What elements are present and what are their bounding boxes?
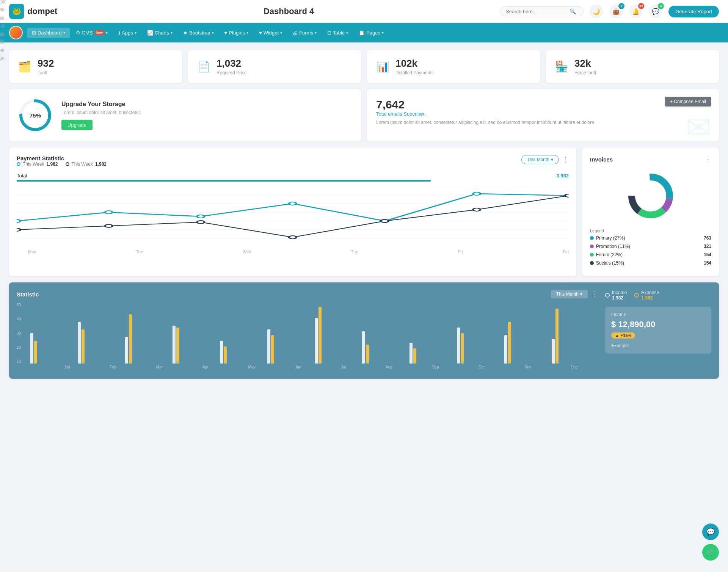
force-tariff-icon: 🏪 bbox=[555, 60, 568, 73]
y-label-90: 90 bbox=[0, 8, 11, 12]
total-progress-bar bbox=[17, 180, 431, 182]
search-icon[interactable]: 🔍 bbox=[570, 8, 576, 14]
stat-card-required-price: 📄 1,032 Required Price bbox=[188, 50, 361, 83]
bar-groups bbox=[30, 303, 598, 364]
charts-icon: 📈 bbox=[147, 30, 153, 36]
svg-point-14 bbox=[473, 192, 480, 195]
bar-jul bbox=[315, 307, 361, 364]
income-legend-value: 1.982 bbox=[612, 295, 627, 301]
storage-card: 75% Upgrade Your Storage Lorem ipsum dol… bbox=[9, 89, 361, 141]
moon-toggle[interactable]: 🌙 bbox=[590, 5, 603, 18]
header: 🐸 dompet Dashboard 4 🔍 🌙 👜 2 🔔 12 💬 5 Ge… bbox=[0, 0, 728, 23]
x-jun: Jun bbox=[295, 365, 301, 369]
plugins-arrow: ▾ bbox=[246, 31, 248, 35]
detailed-payments-label: Detalled Payments bbox=[395, 70, 434, 75]
bag-badge: 2 bbox=[618, 3, 624, 9]
charts-label: Charts bbox=[155, 30, 169, 36]
income-dot bbox=[605, 293, 610, 298]
generate-report-button[interactable]: Generate Report bbox=[668, 6, 719, 17]
email-bg-icon: ✉ bbox=[686, 110, 711, 141]
widget-icon: ♥ bbox=[259, 30, 262, 36]
payment-chart-card: Payment Statistic This Week 1.982 This W… bbox=[9, 147, 576, 276]
invoices-more-icon[interactable]: ⋮ bbox=[704, 155, 711, 163]
tariff-icon: 🗂️ bbox=[18, 60, 31, 73]
total-label: Total bbox=[17, 173, 27, 179]
navbar: ⊞ Dashboard ▾ ⚙ CMS New ▾ ℹ Apps ▾ 📈 Cha… bbox=[0, 23, 728, 42]
legend-dot-dark bbox=[66, 162, 69, 166]
badge-icon: ▲ bbox=[615, 333, 619, 338]
invoices-legend: Primary (27%) 763 Promotion (11%) 321 Fo… bbox=[590, 235, 711, 266]
expense-legend-label: Expense bbox=[641, 290, 659, 295]
legend-dot-teal bbox=[17, 162, 20, 166]
sidebar-item-table[interactable]: ⊟ Table ▾ bbox=[323, 28, 353, 38]
svg-point-19 bbox=[289, 236, 296, 239]
chat-badge: 5 bbox=[658, 3, 664, 9]
pages-label: Pages bbox=[366, 30, 380, 36]
stat-card-detailed-payments: 📊 102k Detalled Payments bbox=[367, 50, 540, 83]
sidebar-item-charts[interactable]: 📈 Charts ▾ bbox=[143, 28, 177, 38]
pages-arrow: ▾ bbox=[382, 31, 384, 35]
legend-count-forum: 154 bbox=[704, 252, 711, 257]
period-selector[interactable]: This Month ▾ bbox=[521, 155, 559, 164]
widget-arrow: ▾ bbox=[280, 31, 282, 35]
bar-may bbox=[220, 341, 266, 364]
search-area[interactable]: 🔍 bbox=[500, 6, 584, 16]
sidebar-item-plugins[interactable]: ♥ Plugins ▾ bbox=[220, 28, 253, 38]
legend-label-socials: Socials (15%) bbox=[596, 260, 624, 266]
x-mar: Mar bbox=[156, 365, 163, 369]
table-label: Table bbox=[333, 30, 345, 36]
forms-icon: 🖨 bbox=[293, 30, 298, 36]
stat-more-icon[interactable]: ⋮ bbox=[591, 290, 598, 298]
tariff-label: Tariff bbox=[38, 70, 54, 75]
storage-desc: Lorem ipsum dolor sit amet, onsectetur. bbox=[61, 110, 141, 115]
sidebar-item-dashboard[interactable]: ⊞ Dashboard ▾ bbox=[27, 28, 70, 38]
sidebar-item-apps[interactable]: ℹ Apps ▾ bbox=[114, 28, 141, 38]
main-content: 🗂️ 932 Tariff 📄 1,032 Required Price 📊 1… bbox=[0, 42, 728, 386]
stat-y-axis: 50 40 30 20 10 bbox=[17, 303, 28, 364]
bell-icon[interactable]: 🔔 12 bbox=[629, 5, 643, 18]
legend-label-0: This Week bbox=[23, 161, 44, 167]
bar-apr bbox=[173, 326, 218, 364]
bar-mar bbox=[125, 314, 171, 364]
income-value: $ 12,890,00 bbox=[611, 320, 705, 329]
cms-badge: New bbox=[94, 30, 105, 35]
bar-aug bbox=[362, 331, 408, 364]
logo-text: dompet bbox=[27, 6, 57, 16]
svg-point-10 bbox=[105, 211, 112, 214]
chat-icon[interactable]: 💬 5 bbox=[649, 5, 662, 18]
x-apr: Apr bbox=[202, 365, 209, 369]
chart-controls: This Month ▾ ⋮ bbox=[521, 155, 569, 164]
stat-period-selector[interactable]: This Month ▾ bbox=[551, 290, 588, 298]
invoices-title: Invoices bbox=[590, 156, 613, 163]
sidebar-item-bootstrap[interactable]: ★ Bootstrap ▾ bbox=[179, 28, 218, 38]
bag-icon[interactable]: 👜 2 bbox=[609, 5, 623, 18]
stat-y-50: 50 bbox=[17, 303, 28, 307]
bar-dec bbox=[552, 309, 598, 364]
sidebar-item-pages[interactable]: 📋 Pages ▾ bbox=[354, 28, 388, 38]
compose-email-button[interactable]: + Compose Email bbox=[665, 97, 711, 107]
income-label: Income bbox=[611, 312, 705, 317]
bootstrap-arrow: ▾ bbox=[212, 31, 214, 35]
email-subtitle: Total emails Subcriber. bbox=[376, 111, 710, 117]
cms-label: CMS bbox=[82, 30, 93, 36]
bootstrap-label: Bootstrap bbox=[189, 30, 210, 36]
svg-point-9 bbox=[17, 219, 20, 223]
legend-row-2: Forum (22%) 154 bbox=[590, 252, 711, 257]
svg-point-22 bbox=[565, 194, 569, 197]
apps-icon: ℹ bbox=[118, 30, 120, 36]
more-options-icon[interactable]: ⋮ bbox=[562, 155, 569, 164]
forms-arrow: ▾ bbox=[315, 31, 317, 35]
sidebar-item-cms[interactable]: ⚙ CMS New ▾ bbox=[71, 28, 112, 38]
search-input[interactable] bbox=[506, 9, 566, 14]
header-icons: 🌙 👜 2 🔔 12 💬 5 Generate Report bbox=[590, 5, 719, 18]
upgrade-button[interactable]: Upgrade bbox=[61, 120, 93, 130]
stat-side-panel: Income 1.982 Expense 1.982 Income $ 12,8… bbox=[605, 290, 711, 371]
bar-chart-wrapper: 50 40 30 20 10 bbox=[17, 303, 598, 371]
stat-card-tariff: 🗂️ 932 Tariff bbox=[9, 50, 182, 83]
line-chart-svg bbox=[17, 186, 569, 247]
table-icon: ⊟ bbox=[327, 30, 331, 36]
plugins-icon: ♥ bbox=[224, 30, 228, 36]
sidebar-item-widget[interactable]: ♥ Widget ▾ bbox=[254, 28, 287, 38]
sidebar-item-forms[interactable]: 🖨 Forms ▾ bbox=[288, 28, 321, 38]
y-label-40: 40 bbox=[0, 49, 11, 53]
